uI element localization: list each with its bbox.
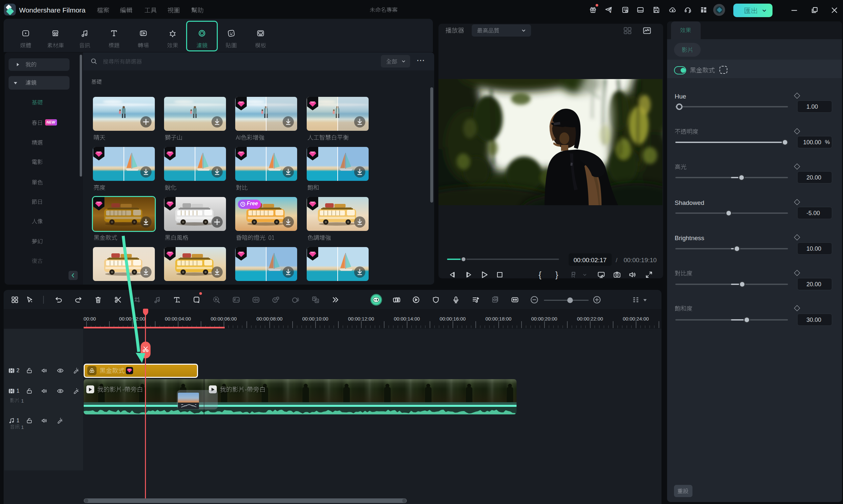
svg-text:8: 8 <box>610 11 611 14</box>
svg-text:AI: AI <box>236 299 239 302</box>
